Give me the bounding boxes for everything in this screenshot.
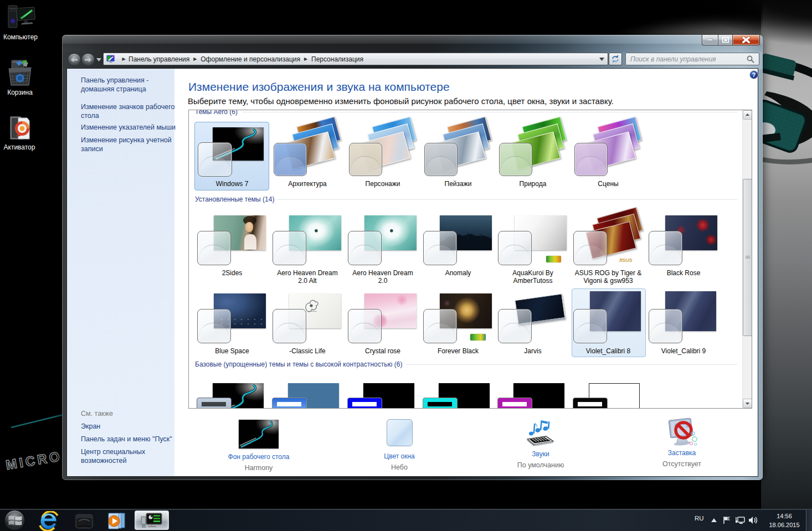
svg-text:?: ?: [752, 71, 756, 78]
